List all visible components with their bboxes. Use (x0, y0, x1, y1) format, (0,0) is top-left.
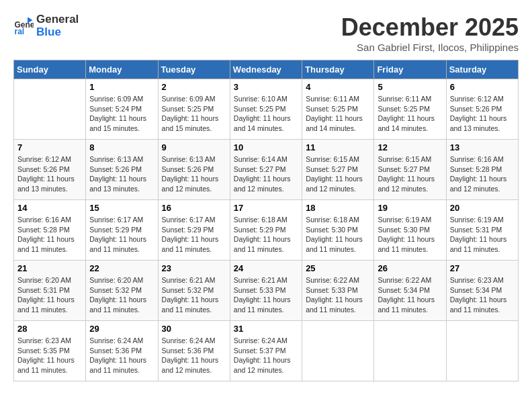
calendar-cell: 7Sunrise: 6:12 AMSunset: 5:26 PMDaylight… (14, 140, 86, 200)
calendar-cell: 13Sunrise: 6:16 AMSunset: 5:28 PMDayligh… (446, 140, 518, 200)
calendar-cell (446, 321, 518, 381)
day-info: Sunrise: 6:10 AMSunset: 5:25 PMDaylight:… (234, 94, 298, 134)
day-info: Sunrise: 6:09 AMSunset: 5:24 PMDaylight:… (89, 94, 154, 134)
day-info: Sunrise: 6:24 AMSunset: 5:37 PMDaylight:… (234, 336, 298, 375)
day-number: 25 (306, 263, 370, 273)
day-number: 6 (450, 82, 515, 92)
week-row-5: 28Sunrise: 6:23 AMSunset: 5:35 PMDayligh… (14, 321, 519, 381)
day-info: Sunrise: 6:20 AMSunset: 5:31 PMDaylight:… (17, 275, 82, 315)
day-info: Sunrise: 6:21 AMSunset: 5:33 PMDaylight:… (234, 275, 298, 315)
logo-icon: Gene- ral (13, 16, 34, 36)
calendar-cell: 9Sunrise: 6:13 AMSunset: 5:26 PMDaylight… (158, 140, 230, 200)
calendar-cell: 24Sunrise: 6:21 AMSunset: 5:33 PMDayligh… (230, 261, 302, 321)
calendar-cell: 1Sunrise: 6:09 AMSunset: 5:24 PMDaylight… (86, 79, 158, 140)
day-info: Sunrise: 6:21 AMSunset: 5:32 PMDaylight:… (162, 275, 226, 315)
day-info: Sunrise: 6:22 AMSunset: 5:33 PMDaylight:… (306, 275, 370, 315)
day-header-thursday: Thursday (302, 60, 374, 79)
day-info: Sunrise: 6:17 AMSunset: 5:29 PMDaylight:… (162, 215, 226, 255)
calendar-cell: 8Sunrise: 6:13 AMSunset: 5:26 PMDaylight… (86, 140, 158, 200)
day-number: 28 (17, 324, 82, 334)
day-header-monday: Monday (86, 60, 158, 79)
day-info: Sunrise: 6:19 AMSunset: 5:31 PMDaylight:… (450, 215, 515, 255)
day-info: Sunrise: 6:12 AMSunset: 5:26 PMDaylight:… (450, 94, 515, 134)
day-number: 22 (89, 263, 154, 273)
day-info: Sunrise: 6:15 AMSunset: 5:27 PMDaylight:… (306, 154, 370, 194)
day-info: Sunrise: 6:22 AMSunset: 5:34 PMDaylight:… (378, 275, 442, 315)
header: Gene- ral General Blue December 2025 San… (13, 13, 519, 53)
calendar-cell: 2Sunrise: 6:09 AMSunset: 5:25 PMDaylight… (158, 79, 230, 140)
calendar-table: SundayMondayTuesdayWednesdayThursdayFrid… (13, 60, 519, 381)
day-info: Sunrise: 6:16 AMSunset: 5:28 PMDaylight:… (450, 154, 515, 194)
day-info: Sunrise: 6:23 AMSunset: 5:34 PMDaylight:… (450, 275, 515, 315)
svg-text:ral: ral (15, 27, 25, 36)
calendar-cell: 23Sunrise: 6:21 AMSunset: 5:32 PMDayligh… (158, 261, 230, 321)
calendar-cell: 31Sunrise: 6:24 AMSunset: 5:37 PMDayligh… (230, 321, 302, 381)
calendar-cell: 27Sunrise: 6:23 AMSunset: 5:34 PMDayligh… (446, 261, 518, 321)
calendar-cell: 4Sunrise: 6:11 AMSunset: 5:25 PMDaylight… (302, 79, 374, 140)
day-info: Sunrise: 6:19 AMSunset: 5:30 PMDaylight:… (378, 215, 442, 255)
day-info: Sunrise: 6:15 AMSunset: 5:27 PMDaylight:… (378, 154, 442, 194)
calendar-cell: 18Sunrise: 6:18 AMSunset: 5:30 PMDayligh… (302, 200, 374, 261)
calendar-header-row: SundayMondayTuesdayWednesdayThursdayFrid… (14, 60, 519, 79)
day-info: Sunrise: 6:16 AMSunset: 5:28 PMDaylight:… (17, 215, 82, 255)
day-number: 3 (234, 82, 298, 92)
day-info: Sunrise: 6:09 AMSunset: 5:25 PMDaylight:… (162, 94, 226, 134)
calendar-cell: 6Sunrise: 6:12 AMSunset: 5:26 PMDaylight… (446, 79, 518, 140)
calendar-cell: 3Sunrise: 6:10 AMSunset: 5:25 PMDaylight… (230, 79, 302, 140)
day-number: 9 (162, 142, 226, 152)
calendar-cell: 10Sunrise: 6:14 AMSunset: 5:27 PMDayligh… (230, 140, 302, 200)
calendar-cell: 14Sunrise: 6:16 AMSunset: 5:28 PMDayligh… (14, 200, 86, 261)
day-info: Sunrise: 6:18 AMSunset: 5:30 PMDaylight:… (306, 215, 370, 255)
day-number: 29 (89, 324, 154, 334)
calendar-cell: 15Sunrise: 6:17 AMSunset: 5:29 PMDayligh… (86, 200, 158, 261)
calendar-cell (14, 79, 86, 140)
week-row-4: 21Sunrise: 6:20 AMSunset: 5:31 PMDayligh… (14, 261, 519, 321)
day-number: 2 (162, 82, 226, 92)
day-header-friday: Friday (374, 60, 446, 79)
calendar-cell: 28Sunrise: 6:23 AMSunset: 5:35 PMDayligh… (14, 321, 86, 381)
week-row-2: 7Sunrise: 6:12 AMSunset: 5:26 PMDaylight… (14, 140, 519, 200)
calendar-cell: 11Sunrise: 6:15 AMSunset: 5:27 PMDayligh… (302, 140, 374, 200)
day-number: 1 (89, 82, 154, 92)
calendar-cell (374, 321, 446, 381)
calendar-cell: 26Sunrise: 6:22 AMSunset: 5:34 PMDayligh… (374, 261, 446, 321)
calendar-cell: 29Sunrise: 6:24 AMSunset: 5:36 PMDayligh… (86, 321, 158, 381)
day-number: 19 (378, 203, 442, 213)
day-number: 8 (89, 142, 154, 152)
day-number: 30 (162, 324, 226, 334)
day-info: Sunrise: 6:24 AMSunset: 5:36 PMDaylight:… (162, 336, 226, 375)
day-header-tuesday: Tuesday (158, 60, 230, 79)
day-number: 12 (378, 142, 442, 152)
calendar-cell: 30Sunrise: 6:24 AMSunset: 5:36 PMDayligh… (158, 321, 230, 381)
logo-line1: General (36, 13, 79, 26)
calendar-cell: 12Sunrise: 6:15 AMSunset: 5:27 PMDayligh… (374, 140, 446, 200)
day-number: 4 (306, 82, 370, 92)
day-number: 31 (234, 324, 298, 334)
calendar-cell (302, 321, 374, 381)
day-info: Sunrise: 6:23 AMSunset: 5:35 PMDaylight:… (17, 336, 82, 375)
day-number: 21 (17, 263, 82, 273)
day-info: Sunrise: 6:13 AMSunset: 5:26 PMDaylight:… (89, 154, 154, 194)
logo: Gene- ral General Blue (13, 13, 79, 38)
calendar-cell: 21Sunrise: 6:20 AMSunset: 5:31 PMDayligh… (14, 261, 86, 321)
day-info: Sunrise: 6:24 AMSunset: 5:36 PMDaylight:… (89, 336, 154, 375)
title-area: December 2025 San Gabriel First, Ilocos,… (341, 13, 519, 53)
day-info: Sunrise: 6:13 AMSunset: 5:26 PMDaylight:… (162, 154, 226, 194)
location-subtitle: San Gabriel First, Ilocos, Philippines (341, 42, 519, 53)
day-info: Sunrise: 6:18 AMSunset: 5:29 PMDaylight:… (234, 215, 298, 255)
calendar-cell: 19Sunrise: 6:19 AMSunset: 5:30 PMDayligh… (374, 200, 446, 261)
calendar-body: 1Sunrise: 6:09 AMSunset: 5:24 PMDaylight… (14, 79, 519, 381)
day-number: 5 (378, 82, 442, 92)
day-number: 7 (17, 142, 82, 152)
day-number: 18 (306, 203, 370, 213)
calendar-cell: 25Sunrise: 6:22 AMSunset: 5:33 PMDayligh… (302, 261, 374, 321)
day-info: Sunrise: 6:14 AMSunset: 5:27 PMDaylight:… (234, 154, 298, 194)
month-title: December 2025 (341, 13, 519, 42)
logo-line2: Blue (36, 26, 79, 39)
day-info: Sunrise: 6:12 AMSunset: 5:26 PMDaylight:… (17, 154, 82, 194)
day-info: Sunrise: 6:11 AMSunset: 5:25 PMDaylight:… (306, 94, 370, 134)
calendar-cell: 17Sunrise: 6:18 AMSunset: 5:29 PMDayligh… (230, 200, 302, 261)
day-number: 17 (234, 203, 298, 213)
week-row-1: 1Sunrise: 6:09 AMSunset: 5:24 PMDaylight… (14, 79, 519, 140)
calendar-cell: 22Sunrise: 6:20 AMSunset: 5:32 PMDayligh… (86, 261, 158, 321)
